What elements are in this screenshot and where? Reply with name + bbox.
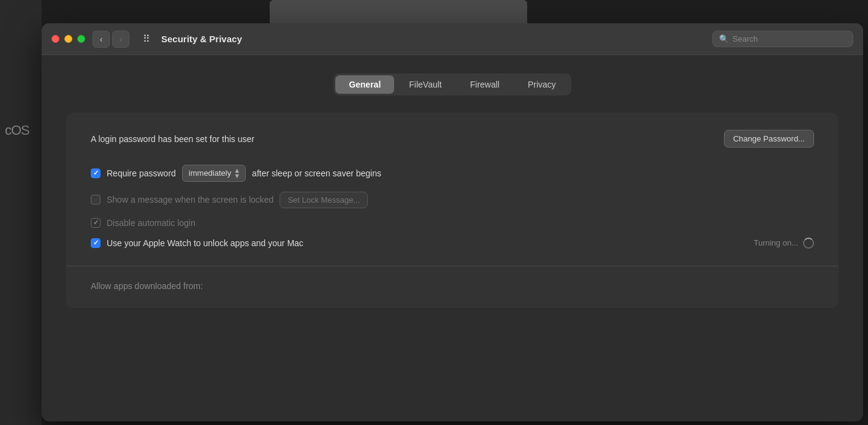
dropdown-value: immediately xyxy=(189,168,231,178)
search-box[interactable]: 🔍 xyxy=(712,31,853,47)
turning-on-status: Turning on... xyxy=(753,238,814,249)
password-timing-dropdown[interactable]: immediately ▲ ▼ xyxy=(182,165,246,182)
titlebar: ‹ › ⠿ Security & Privacy 🔍 xyxy=(42,23,863,55)
require-password-label-before: Require password xyxy=(107,168,176,178)
apple-watch-label: Use your Apple Watch to unlock apps and … xyxy=(107,238,303,248)
tab-firewall[interactable]: Firewall xyxy=(457,75,513,94)
close-button[interactable] xyxy=(51,35,59,43)
background-window-hint xyxy=(270,0,527,23)
fullscreen-button[interactable] xyxy=(77,35,85,43)
nav-buttons: ‹ › xyxy=(93,31,129,48)
dropdown-arrow-icon: ▲ ▼ xyxy=(234,168,240,179)
lock-message-label: Show a message when the screen is locked xyxy=(107,195,273,205)
traffic-lights xyxy=(51,35,85,43)
password-row: A login password has been set for this u… xyxy=(91,130,814,148)
lock-message-row: Show a message when the screen is locked… xyxy=(91,187,814,213)
search-input[interactable] xyxy=(733,34,847,43)
tab-general[interactable]: General xyxy=(335,75,394,94)
grid-button[interactable]: ⠿ xyxy=(137,31,156,48)
turning-on-text: Turning on... xyxy=(753,238,798,247)
forward-button[interactable]: › xyxy=(112,31,129,48)
lock-message-checkbox[interactable] xyxy=(91,195,101,205)
minimize-button[interactable] xyxy=(64,35,72,43)
tab-privacy[interactable]: Privacy xyxy=(514,75,569,94)
window-title: Security & Privacy xyxy=(161,34,712,44)
set-lock-message-button[interactable]: Set Lock Message... xyxy=(280,192,368,208)
disable-autologin-row: Disable automatic login xyxy=(91,213,814,233)
tabs-container: General FileVault Firewall Privacy xyxy=(54,73,851,96)
allow-apps-label: Allow apps downloaded from: xyxy=(91,279,814,291)
settings-panel: A login password has been set for this u… xyxy=(66,113,839,308)
back-button[interactable]: ‹ xyxy=(93,31,110,48)
apple-watch-row: Use your Apple Watch to unlock apps and … xyxy=(91,233,814,254)
content-area: General FileVault Firewall Privacy A log… xyxy=(42,55,863,421)
require-password-row: Require password immediately ▲ ▼ after s… xyxy=(91,160,814,187)
change-password-button[interactable]: Change Password... xyxy=(724,130,814,148)
disable-autologin-checkbox[interactable] xyxy=(91,218,101,228)
sidebar-background: cOS xyxy=(0,0,42,425)
tabs: General FileVault Firewall Privacy xyxy=(333,73,571,96)
main-window: ‹ › ⠿ Security & Privacy 🔍 General FileV… xyxy=(42,23,863,421)
sidebar-label: cOS xyxy=(5,122,29,138)
require-password-checkbox[interactable] xyxy=(91,168,101,178)
tab-filevault[interactable]: FileVault xyxy=(395,75,455,94)
section-divider xyxy=(66,266,839,266)
search-icon: 🔍 xyxy=(719,34,729,43)
apple-watch-checkbox[interactable] xyxy=(91,238,101,248)
require-password-label-after: after sleep or screen saver begins xyxy=(252,168,381,178)
loading-spinner-icon xyxy=(803,238,814,249)
password-label: A login password has been set for this u… xyxy=(91,134,714,144)
disable-autologin-label: Disable automatic login xyxy=(107,218,196,228)
